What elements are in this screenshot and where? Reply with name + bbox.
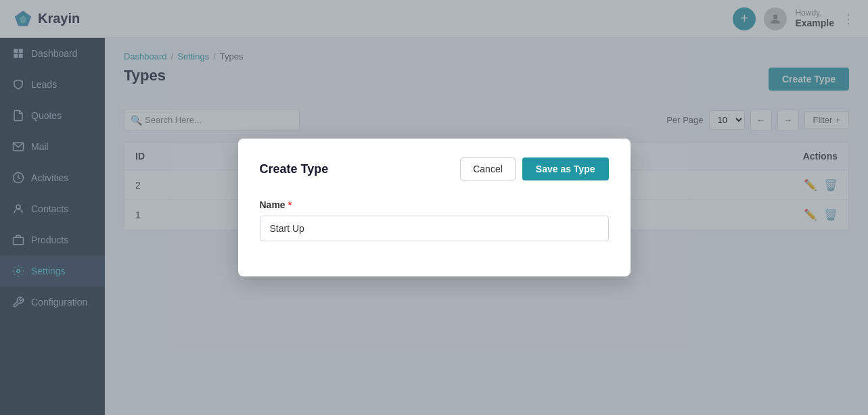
create-type-modal: Create Type Cancel Save as Type Name *: [238, 139, 631, 276]
modal-overlay[interactable]: Create Type Cancel Save as Type Name *: [0, 0, 868, 415]
modal-title: Create Type: [260, 162, 329, 176]
name-input[interactable]: [260, 216, 609, 241]
modal-actions: Cancel Save as Type: [460, 157, 608, 180]
name-label: Name *: [260, 199, 609, 210]
modal-cancel-button[interactable]: Cancel: [460, 157, 516, 180]
required-star: *: [288, 199, 292, 210]
modal-save-button[interactable]: Save as Type: [522, 157, 609, 180]
name-form-group: Name *: [260, 199, 609, 241]
modal-header: Create Type Cancel Save as Type: [260, 157, 609, 180]
